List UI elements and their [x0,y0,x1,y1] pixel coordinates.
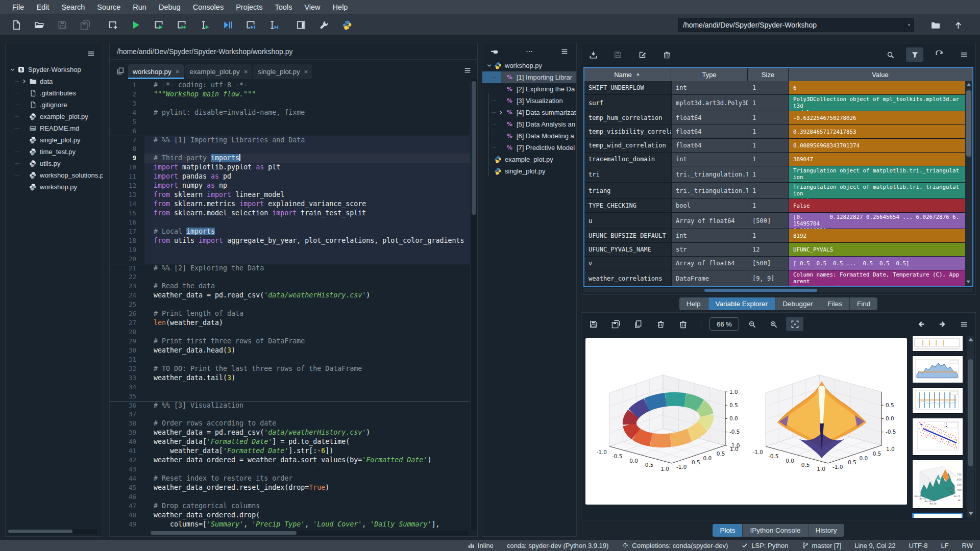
editor-vscrollbar[interactable] [470,79,477,530]
panel-tab-find[interactable]: Find [850,297,877,310]
remove-all-variables-button[interactable] [658,47,675,62]
debug-cell-button[interactable] [241,16,260,34]
copy-image-button[interactable] [629,317,647,331]
go-up-directory-button[interactable] [948,16,968,34]
line-endings[interactable]: LF [941,542,948,549]
outline-item--6-data-modeling-a[interactable]: %[6] Data Modeling a [482,130,576,142]
explorer-item--gitattributes[interactable]: .gitattributes [6,87,103,99]
column-header-type[interactable]: Type [671,68,748,81]
plot-thumbnail-1[interactable] [912,336,963,352]
working-directory-combo[interactable]: /home/andi/Dev/Spyder/Spyder-Workshop [678,18,914,32]
menu-consoles[interactable]: Consoles [187,2,230,13]
run-selection-button[interactable] [195,16,214,34]
variable-row-TYPE_CHECKING[interactable]: TYPE_CHECKINGbool1False [584,199,965,213]
outline-item--4-data-summarizat[interactable]: %[4] Data summarizat [482,107,576,118]
next-plot-button[interactable] [934,317,951,331]
panel-tab-history[interactable]: History [808,524,844,537]
run-cell-button[interactable] [149,16,168,34]
explorer-item-data[interactable]: data [6,76,103,87]
browse-working-directory-button[interactable] [925,16,945,34]
editor-tab-example-plot-py[interactable]: example_plot.py× [185,64,252,79]
save-all-button[interactable] [76,16,95,34]
outline-item--3-visualization[interactable]: %[3] Visualization [482,95,576,107]
editor-tab-workshop-py[interactable]: workshop.py× [128,64,184,79]
variable-row-weather_correlations[interactable]: weather_correlationsDataFrame[9, 9]Colum… [584,270,965,286]
save-all-plots-button[interactable] [607,317,624,331]
outline-options-button[interactable] [521,44,538,59]
variable-table[interactable]: NameTypeSizeValue SHIFT_UNDERFLOWint16su… [583,67,973,287]
maximize-pane-button[interactable] [291,16,311,34]
close-icon[interactable]: × [304,68,308,76]
column-header-size[interactable]: Size [748,68,789,81]
import-data-button[interactable] [584,47,602,62]
explorer-item-spyder-workshop[interactable]: SSpyder-Workshop [6,64,103,76]
menu-edit[interactable]: Edit [30,2,55,13]
remove-plot-button[interactable] [652,317,669,331]
variable-table-vscrollbar[interactable] [965,81,972,286]
variable-row-temp_wind_correlation[interactable]: temp_wind_correlationfloat6410.008956968… [584,139,965,153]
explorer-item-workshop-solutions-p[interactable]: workshop_solutions.p [6,169,103,181]
panel-tab-ipython-console[interactable]: IPython Console [743,524,808,537]
git-branch-status[interactable]: master [7] [802,542,842,549]
refresh-variables-button[interactable] [930,47,948,62]
column-header-name[interactable]: Name [584,68,671,81]
code-editor[interactable]: 1# -*- coding: utf-8 -*-2"""Workshop mai… [110,79,477,530]
chevron-down-icon[interactable] [904,18,913,32]
variable-row-triang[interactable]: triangtri._triangulation.Tri…1Triangulat… [584,183,965,199]
preferences-button[interactable] [314,16,334,34]
run-cell-advance-button[interactable] [172,16,191,34]
encoding[interactable]: UTF-8 [909,542,928,549]
explorer-item-single-plot-py[interactable]: single_plot.py [6,134,103,146]
create-cell-button[interactable] [103,16,122,34]
browse-tabs-button[interactable] [113,64,128,78]
outline-item--1-importing-librar[interactable]: %[1] Importing Librar [482,71,576,83]
explorer-item-example-plot-py[interactable]: example_plot.py [6,111,103,122]
variable-table-hscrollbar[interactable] [583,288,973,292]
open-file-button[interactable] [30,16,49,34]
save-plot-button[interactable] [584,317,602,331]
panel-tab-plots[interactable]: Plots [713,524,743,537]
variable-explorer-menu-button[interactable] [955,47,972,62]
menu-tools[interactable]: Tools [269,2,299,13]
variable-row-surf[interactable]: surfmplot3d.art3d.Poly3DCo…1Poly3DCollec… [584,95,965,111]
save-data-button[interactable] [609,47,626,62]
close-icon[interactable]: × [244,68,248,76]
search-variables-button[interactable] [881,47,899,62]
project-options-button[interactable] [82,46,100,61]
run-file-button[interactable] [126,16,145,34]
variable-row-v[interactable]: vArray of float64[500][-0.5 -0.5 -0.5 ..… [584,257,965,270]
lsp-status[interactable]: LSP: Python [741,542,788,549]
variable-row-UFUNC_BUFSIZE_DEFAULT[interactable]: UFUNC_BUFSIZE_DEFAULTint18192 [584,229,965,243]
variable-row-temp_hum_correlation[interactable]: temp_hum_correlationfloat641-0.632254675… [584,111,965,125]
new-file-button[interactable] [7,16,26,34]
interpreter-status[interactable]: conda: spyder-dev (Python 3.9.19) [507,542,608,549]
variable-row-u[interactable]: uArray of float64[500][0. 0.12822827 0.2… [584,213,965,229]
variable-row-SHIFT_UNDERFLOW[interactable]: SHIFT_UNDERFLOWint16 [584,81,965,95]
menu-search[interactable]: Search [55,2,91,13]
thumbnail-scrollbar[interactable] [967,336,974,518]
plots-menu-button[interactable] [955,317,972,331]
plot-thumbnail-4[interactable] [912,418,963,456]
permissions[interactable]: RW [962,542,973,549]
outline-item--7-predictive-model[interactable]: %[7] Predictive Model [482,142,576,154]
panel-tab-variable-explorer[interactable]: Variable Explorer [708,297,776,310]
outline-item--5-data-analysis-an[interactable]: %[5] Data Analysis an [482,118,576,130]
previous-plot-button[interactable] [912,317,929,331]
plotting-mode[interactable]: Inline [468,542,494,549]
column-header-value[interactable]: Value [789,68,972,81]
panel-tab-help[interactable]: Help [679,297,708,310]
explorer-item--gitignore[interactable]: .gitignore [6,99,103,111]
explorer-item-readme-md[interactable]: MDREADME.md [6,122,103,134]
zoom-in-button[interactable] [765,317,782,331]
menu-source[interactable]: Source [91,2,127,13]
menu-run[interactable]: Run [127,2,153,13]
editor-hscrollbar[interactable] [151,531,468,535]
debug-file-button[interactable] [218,16,237,34]
plot-thumbnail-5[interactable]: 70060050040036.7336.7236.7136.70-84.41-8… [912,460,963,509]
outline-menu-button[interactable] [556,44,573,59]
run-to-line-button[interactable] [264,16,283,34]
cursor-position[interactable]: Line 9, Col 22 [854,542,895,549]
plot-thumbnail-6[interactable] [912,513,963,518]
filter-variables-button[interactable] [906,47,923,62]
explorer-item-workshop-py[interactable]: workshop.py [6,181,103,193]
